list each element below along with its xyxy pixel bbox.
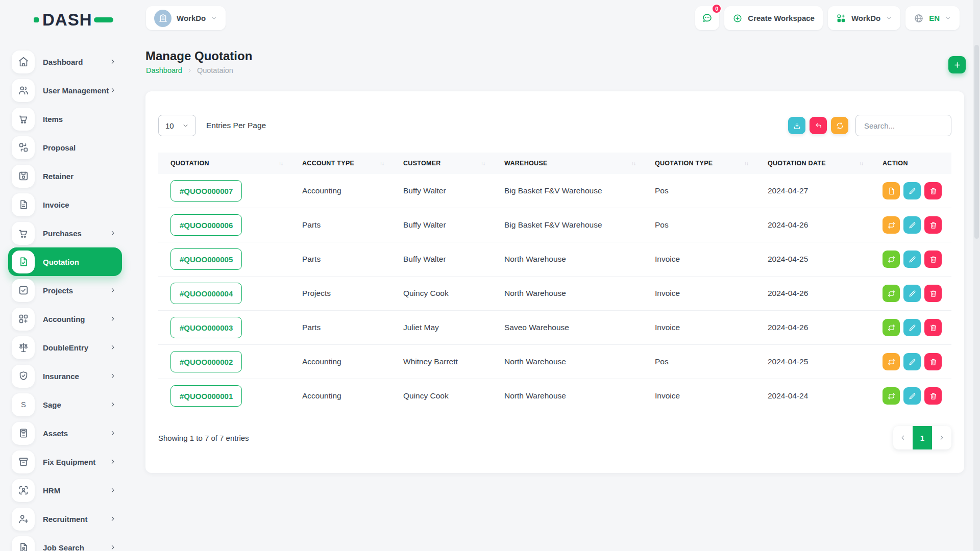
quotation-number-pill[interactable]: #QUOO000004 [170,283,242,304]
customer-cell: Buffy Walter [391,208,492,242]
row-actions [883,182,948,199]
sidebar-item-items[interactable]: Items [8,105,122,133]
app-root: DASH WorkDo 0 Create Workspace WorkDo EN [0,0,980,551]
sidebar-item-recruitment[interactable]: Recruitment [8,505,122,533]
logo-wordmark: DASH [42,10,92,30]
duplicate-button[interactable] [883,182,900,199]
scrollbar-thumb[interactable] [974,45,979,239]
column-header-customer[interactable]: CUSTOMER ↑↓ [391,153,492,174]
building-icon [154,10,172,27]
delete-button[interactable] [924,216,942,234]
search-input[interactable] [855,115,951,136]
delete-button[interactable] [924,182,942,199]
language-selector[interactable]: EN [905,6,960,30]
edit-button[interactable] [903,251,921,268]
quotation-number-pill[interactable]: #QUOO000001 [170,385,242,407]
sort-icon[interactable]: ↑↓ [631,161,635,166]
column-header-action[interactable]: ACTION [870,153,951,174]
sidebar-item-user-management[interactable]: User Management [8,76,122,105]
chevron-down-icon [945,15,951,21]
quotation-number-pill[interactable]: #QUOO000002 [170,351,242,372]
sidebar-item-purchases[interactable]: Purchases [8,219,122,247]
pagination-page-1[interactable]: 1 [913,426,932,449]
chevron-left-icon [899,434,906,441]
check-square-icon [12,279,35,302]
convert-button[interactable] [883,216,900,234]
sidebar-item-assets[interactable]: Assets [8,419,122,447]
sidebar-item-retainer[interactable]: Retainer [8,162,122,190]
sort-icon[interactable]: ↑↓ [481,161,485,166]
user-plus-icon [12,508,35,531]
quotation-number-pill[interactable]: #QUOO000005 [170,248,242,270]
quotation-number-pill[interactable]: #QUOO000003 [170,317,242,338]
sidebar-item-invoice[interactable]: Invoice [8,190,122,219]
sidebar-item-insurance[interactable]: Insurance [8,362,122,390]
delete-button[interactable] [924,387,942,405]
convert-icon [887,323,896,332]
sidebar-item-hrm[interactable]: HRM [8,476,122,505]
sort-icon[interactable]: ↑↓ [380,161,384,166]
sidebar-item-fix-equipment[interactable]: Fix Equipment [8,447,122,476]
pagination-prev-button[interactable] [893,426,913,449]
delete-button[interactable] [924,353,942,370]
edit-button[interactable] [903,353,921,370]
sort-icon[interactable]: ↑↓ [859,161,863,166]
row-actions [883,353,948,370]
workspace-switcher[interactable]: WorkDo [146,6,226,30]
sidebar-item-proposal[interactable]: Proposal [8,133,122,162]
delete-button[interactable] [924,251,942,268]
create-workspace-button[interactable]: Create Workspace [724,6,823,30]
row-actions [883,387,948,405]
sidebar-item-doubleentry[interactable]: DoubleEntry [8,333,122,362]
pagination-next-button[interactable] [932,426,951,449]
plus-circle-icon [732,13,743,23]
edit-button[interactable] [903,216,921,234]
workspace-name: WorkDo [177,14,206,22]
edit-button[interactable] [903,182,921,199]
export-button[interactable] [788,117,805,134]
delete-button[interactable] [924,319,942,336]
column-header-quotation[interactable]: QUOTATION ↑↓ [158,153,290,174]
convert-button[interactable] [883,285,900,302]
convert-button[interactable] [883,353,900,370]
edit-button[interactable] [903,387,921,405]
breadcrumb-dashboard-link[interactable]: Dashboard [146,66,182,74]
sidebar-item-quotation[interactable]: Quotation [8,247,122,276]
sidebar-item-sage[interactable]: S Sage [8,390,122,419]
chevron-right-icon [109,515,116,522]
column-header-quotation-date[interactable]: QUOTATION DATE ↑↓ [755,153,870,174]
delete-button[interactable] [924,285,942,302]
entries-per-page-select[interactable]: 10 [158,115,196,136]
add-quotation-button[interactable] [948,56,966,73]
table-toolbar: 10 Entries Per Page [158,115,951,136]
sort-icon[interactable]: ↑↓ [744,161,748,166]
refresh-button[interactable] [831,117,848,134]
customer-cell: Buffy Walter [391,242,492,277]
convert-button[interactable] [883,387,900,405]
edit-button[interactable] [903,319,921,336]
edit-button[interactable] [903,285,921,302]
convert-button[interactable] [883,251,900,268]
workdo-menu-button[interactable]: WorkDo [828,6,900,30]
column-header-quotation-type[interactable]: QUOTATION TYPE ↑↓ [643,153,755,174]
chevron-right-icon [109,87,116,94]
convert-button[interactable] [883,319,900,336]
quotation-number-pill[interactable]: #QUOO000006 [170,214,242,236]
sidebar-item-dashboard[interactable]: Dashboard [8,47,122,76]
undo-button[interactable] [810,117,827,134]
sidebar-item-job-search[interactable]: Job Search [8,533,122,551]
quotation-type-cell: Pos [643,174,755,208]
chevron-right-icon [109,458,116,465]
warehouse-cell: North Warehouse [492,277,643,311]
messages-button[interactable]: 0 [695,6,719,30]
quotation-number-pill[interactable]: #QUOO000007 [170,180,242,202]
row-actions [883,251,948,268]
sidebar-item-projects[interactable]: Projects [8,276,122,305]
sidebar-item-accounting[interactable]: Accounting [8,305,122,333]
warehouse-cell: North Warehouse [492,345,643,379]
chevron-down-icon [211,15,217,21]
row-actions [883,216,948,234]
sort-icon[interactable]: ↑↓ [279,161,283,166]
column-header-warehouse[interactable]: WAREHOUSE ↑↓ [492,153,643,174]
column-header-account-type[interactable]: ACCOUNT TYPE ↑↓ [290,153,391,174]
